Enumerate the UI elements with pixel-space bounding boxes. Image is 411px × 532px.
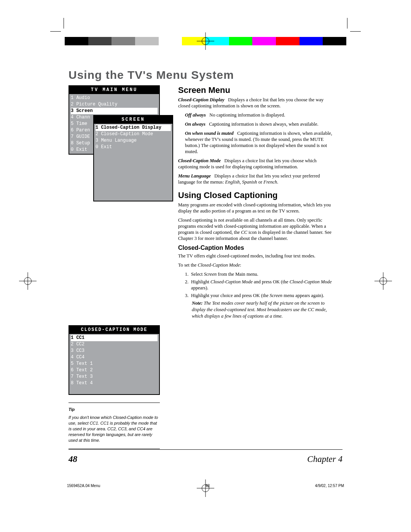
step-item: 2. Highlight Closed-Caption Mode and pre… [185, 279, 334, 291]
cc-item: 6 Text 2 [71, 367, 158, 374]
registration-mark-right [374, 272, 392, 290]
body-text: Menu Language Displays a choice list tha… [178, 173, 334, 185]
footer-page: 48 [206, 484, 210, 488]
submenu-item: 0 Exit [96, 144, 171, 150]
menu-item-selected: 3 Screen [71, 108, 158, 114]
body-text: Closed-Caption Display Displays a choice… [178, 97, 334, 109]
chapter-label: Chapter 4 [307, 454, 342, 464]
registration-mark-bottom [197, 479, 214, 497]
section-heading-using-cc: Using Closed Captioning [178, 190, 334, 200]
body-text: The TV offers eight closed-captioned mod… [178, 253, 334, 259]
cc-item-selected: 1 CC1 [71, 335, 158, 341]
body-text: Closed captioning is not available on al… [178, 217, 334, 241]
registration-mark-top [197, 32, 214, 50]
registration-mark-left [19, 272, 37, 290]
subheading-cc-modes: Closed-Caption Modes [178, 244, 334, 251]
running-header: Using the TV's Menu System [68, 69, 342, 81]
cc-item: 8 Text 4 [71, 380, 158, 387]
body-text: On when sound is muted Captioning inform… [185, 130, 334, 155]
cc-item: 3 CC3 [71, 348, 158, 354]
menu-item: 1 Audio [71, 95, 158, 101]
cc-mode-title: CLOSED-CAPTION MODE [69, 326, 159, 334]
step-item: 3. Highlight your choice and press OK (t… [185, 292, 334, 299]
tip-text: If you don't know which Closed-Caption m… [68, 415, 160, 443]
footer-file: 1569452A.04 Menu [67, 484, 100, 488]
section-heading-screen-menu: Screen Menu [178, 85, 334, 95]
imposition-footer: 1569452A.04 Menu 48 4/9/02, 12:57 PM [65, 484, 346, 488]
screen-submenu-title: SCREEN [94, 116, 172, 124]
cc-item: 7 Text 3 [71, 374, 158, 380]
body-text: Off always No captioning information is … [185, 112, 334, 118]
cc-item: 2 CC2 [71, 341, 158, 348]
submenu-item: 3 Menu Language [96, 137, 171, 144]
cc-item: 5 Text 1 [71, 361, 158, 367]
menu-item: 2 Picture Quality [71, 101, 158, 108]
body-text: Closed-Caption Mode Displays a choice li… [178, 158, 334, 170]
note-text: Note: The Text modes cover nearly half o… [192, 300, 334, 320]
page-number: 48 [68, 454, 77, 464]
submenu-item-selected: 1 Closed-Caption Display [96, 125, 171, 131]
tip-label: Tip [68, 407, 160, 412]
footer-rule [68, 449, 342, 450]
screen-submenu: SCREEN 1 Closed-Caption Display 2 Closed… [93, 115, 173, 201]
step-item: 1. Select Screen from the Main menu. [185, 271, 334, 277]
body-text: To set the Closed-Caption Mode: [178, 262, 334, 268]
submenu-item: 2 Closed-Caption Mode [96, 131, 171, 137]
body-text: On always Captioning information is show… [185, 121, 334, 127]
body-text: Many programs are encoded with closed-ca… [178, 202, 334, 214]
tv-menu-illustration: TV MAIN MENU 1 Audio 2 Picture Quality 3… [68, 85, 171, 196]
footer-date: 4/9/02, 12:57 PM [315, 484, 344, 488]
tip-block: Tip If you don't know which Closed-Capti… [68, 403, 160, 449]
main-menu-title: TV MAIN MENU [69, 86, 159, 94]
cc-item: 4 CC4 [71, 354, 158, 361]
cc-mode-menu-illustration: CLOSED-CAPTION MODE 1 CC1 2 CC2 3 CC3 4 … [68, 325, 160, 395]
